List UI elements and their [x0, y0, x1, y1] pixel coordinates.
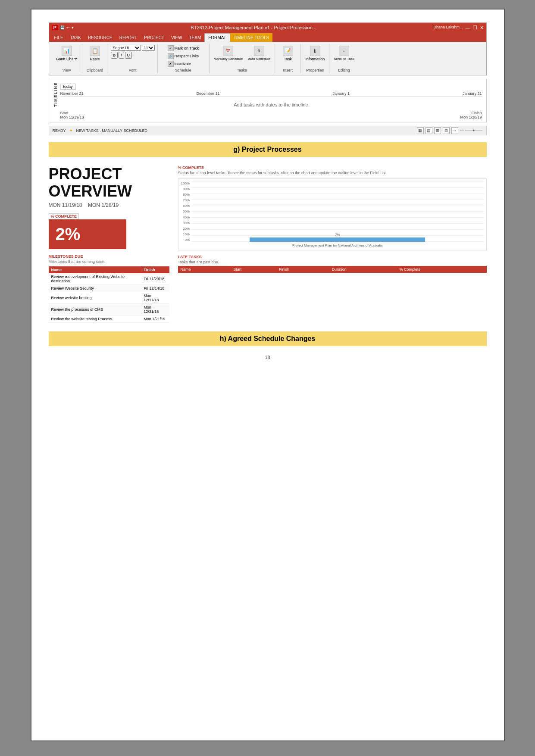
font-size-select[interactable]: 11 — [142, 45, 155, 51]
y-axis-label: 100% — [181, 181, 190, 185]
respect-links-button[interactable]: 🔗 Respect Links — [166, 53, 200, 59]
late-tasks-header-cell: Start — [231, 266, 276, 273]
tab-timeline-tools[interactable]: TIMELINE TOOLS — [230, 33, 272, 42]
bar-item-1: 7% — [191, 181, 484, 242]
status-star-icon: ✦ — [69, 128, 73, 133]
auto-schedule-button[interactable]: 🗓 Auto Schedule — [246, 45, 272, 62]
chart-pct-desc: Status for all top-level tasks. To see t… — [178, 171, 487, 175]
ribbon-group-view: 📊 Gantt Chart* View — [52, 44, 82, 73]
status-network-icon[interactable]: ⊞ — [434, 127, 441, 134]
window-minimize[interactable]: — — [466, 25, 470, 31]
y-axis-label: 80% — [181, 193, 190, 197]
y-axis-label: 10% — [181, 232, 190, 236]
tab-report[interactable]: REPORT — [116, 33, 141, 42]
schedule-group-content: ✓ Mark on Track 🔗 Respect Links ✗ Inacti… — [166, 45, 200, 67]
timeline-finish: Finish Mon 1/28/19 — [460, 111, 482, 119]
font-group-content: Segoe UI 11 B I U — [111, 45, 155, 67]
app-logo: P — [52, 25, 58, 30]
respect-links-icon: 🔗 — [168, 53, 174, 59]
quick-access-undo[interactable]: ↩ — [66, 25, 70, 30]
status-bar: READY ✦ NEW TASKS : MANUALLY SCHEDULED ▦… — [49, 126, 487, 135]
schedule-group-label: Schedule — [175, 67, 191, 72]
clipboard-group-content: 📋 Paste — [88, 45, 102, 67]
bar-chart-container: 100%90%80%70%60%50%40%30%20%10%0% 7% Pro… — [178, 178, 487, 250]
timeline-add-text: Add tasks with dates to the timeline — [60, 99, 482, 111]
ribbon-group-editing: ↔ Scroll to Task Editing — [329, 44, 358, 73]
bold-button[interactable]: B — [111, 52, 118, 59]
scroll-to-task-icon: ↔ — [339, 46, 349, 56]
y-axis-label: 90% — [181, 187, 190, 191]
font-family-select[interactable]: Segoe UI — [111, 45, 141, 51]
list-item: Review the processes of CMSMon 12/31/18 — [49, 304, 169, 316]
timeline-date-4: January 21 — [463, 91, 482, 96]
tab-project[interactable]: PROJECT — [141, 33, 168, 42]
schedule-controls: ✓ Mark on Track 🔗 Respect Links ✗ Inacti… — [166, 45, 200, 67]
status-calendar-icon[interactable]: ▤ — [425, 127, 432, 134]
font-controls: Segoe UI 11 B I U — [111, 45, 155, 59]
properties-group-content: ℹ Information — [303, 45, 326, 67]
task-button[interactable]: 📝 Task — [281, 45, 295, 62]
mark-on-track-button[interactable]: ✓ Mark on Track — [166, 45, 200, 52]
tab-file[interactable]: FILE — [51, 33, 67, 42]
timeline-date-2: December 11 — [196, 91, 219, 96]
new-tasks-status: NEW TASKS : MANUALLY SCHEDULED — [76, 128, 147, 133]
timeline-label: TIMELINE — [53, 82, 58, 107]
ready-status: READY — [53, 128, 66, 133]
ribbon-top-left: P 💾 ↩ ▾ — [52, 25, 74, 30]
status-grid-icon[interactable]: ⊟ — [443, 127, 450, 134]
italic-button[interactable]: I — [119, 52, 124, 59]
zoom-level: — ——+—— — [460, 128, 483, 133]
underline-button[interactable]: U — [125, 52, 132, 59]
tab-resource[interactable]: RESOURCE — [84, 33, 116, 42]
ribbon-group-properties: ℹ Information Properties — [301, 44, 329, 73]
milestones-label: MILESTONES DUE — [49, 254, 169, 259]
project-overview-section: PROJECT OVERVIEW MON 11/19/18 MON 1/28/1… — [49, 166, 487, 323]
status-gantt-icon[interactable]: ▦ — [417, 127, 424, 134]
ribbon-group-insert: 📝 Task Insert — [275, 44, 301, 73]
tab-format[interactable]: FORMAT — [204, 33, 230, 42]
view-group-content: 📊 Gantt Chart* — [54, 45, 79, 67]
project-overview-left: PROJECT OVERVIEW MON 11/19/18 MON 1/28/1… — [49, 166, 169, 323]
window-controls: Dhana Lakshm... — ❐ ✕ — [433, 25, 483, 31]
information-button[interactable]: ℹ Information — [303, 45, 326, 62]
tab-view[interactable]: VIEW — [168, 33, 186, 42]
gantt-chart-button[interactable]: 📊 Gantt Chart* — [54, 45, 79, 62]
font-group-label: Font — [129, 67, 137, 72]
bar-chart-wrapper: 100%90%80%70%60%50%40%30%20%10%0% 7% Pro… — [181, 181, 484, 247]
timeline-date-3: January 1 — [332, 91, 350, 96]
y-axis-label: 70% — [181, 198, 190, 202]
scroll-to-task-button[interactable]: ↔ Scroll to Task — [332, 45, 356, 62]
paste-button[interactable]: 📋 Paste — [88, 45, 102, 62]
inactivate-icon: ✗ — [168, 61, 174, 67]
timeline-start-finish: Start Mon 11/19/18 Finish Mon 1/28/19 — [60, 111, 482, 119]
quick-access-save[interactable]: 💾 — [60, 25, 65, 30]
timeline-content: today November 21 December 11 January 1 … — [60, 82, 482, 119]
page: P 💾 ↩ ▾ BT2612-Project Management Plan v… — [31, 9, 505, 741]
page-number: 18 — [49, 355, 487, 360]
inactivate-button[interactable]: ✗ Inactivate — [166, 60, 200, 67]
ribbon: P 💾 ↩ ▾ BT2612-Project Management Plan v… — [49, 22, 487, 75]
bar-chart-xlabel: Project Management Plan for National Arc… — [191, 244, 484, 247]
y-axis-label: 40% — [181, 216, 190, 219]
timeline-dates: November 21 December 11 January 1 Januar… — [60, 91, 482, 97]
editing-group-label: Editing — [338, 67, 350, 72]
section-h-heading: h) Agreed Schedule Changes — [49, 331, 487, 346]
late-tasks-header-cell: Name — [178, 266, 231, 273]
bar-chart-bars: 7% — [191, 181, 484, 242]
ribbon-group-font: Segoe UI 11 B I U Font — [108, 44, 158, 73]
timeline-start: Start Mon 11/19/18 — [60, 111, 84, 119]
manually-schedule-button[interactable]: 📅 Manually Schedule — [212, 45, 245, 62]
task-icon: 📝 — [283, 46, 293, 56]
y-axis-label: 60% — [181, 204, 190, 208]
timeline-panel: TIMELINE today November 21 December 11 J… — [49, 79, 487, 122]
tab-task[interactable]: TASK — [67, 33, 84, 42]
status-zoom-icon[interactable]: ↔ — [451, 127, 458, 134]
bar-chart-y-axis: 100%90%80%70%60%50%40%30%20%10%0% — [181, 181, 191, 242]
today-button[interactable]: today — [60, 84, 76, 90]
tab-team[interactable]: TEAM — [185, 33, 204, 42]
window-close[interactable]: ✕ — [480, 25, 484, 31]
paste-icon: 📋 — [90, 46, 100, 56]
milestones-table: Name Finish Review redevelopment of Exis… — [49, 266, 169, 323]
project-dates: MON 11/19/18 MON 1/28/19 — [49, 202, 169, 208]
window-restore[interactable]: ❐ — [473, 25, 477, 31]
